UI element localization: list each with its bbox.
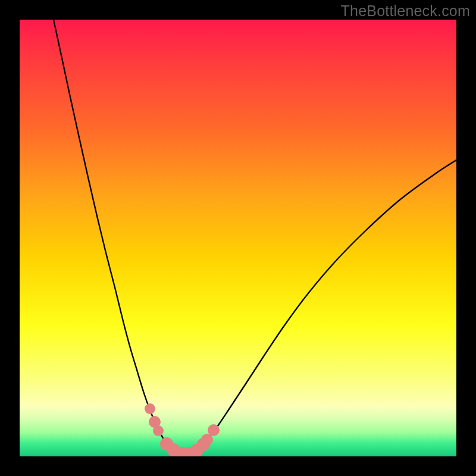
chart-frame: TheBottleneck.com [0, 0, 476, 476]
marker-dot [145, 403, 155, 414]
marker-dot [208, 424, 220, 436]
marker-dot [153, 425, 164, 436]
right-curve [204, 160, 456, 444]
left-curve [54, 20, 167, 444]
highlight-dots [145, 403, 220, 456]
plot-area [20, 20, 456, 456]
watermark-text: TheBottleneck.com [341, 2, 470, 20]
curves-layer [20, 20, 456, 456]
